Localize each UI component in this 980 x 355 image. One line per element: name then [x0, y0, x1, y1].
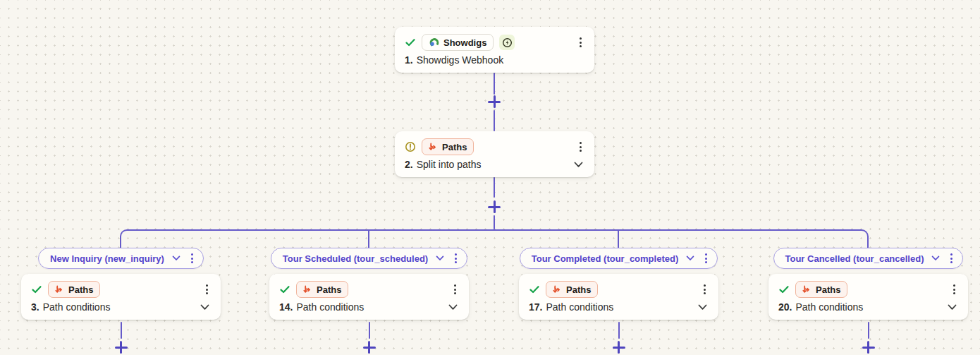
kebab-menu-icon[interactable]: [452, 251, 460, 265]
step-number: 14.: [279, 301, 293, 313]
kebab-menu-icon[interactable]: [451, 282, 459, 296]
step-card-path[interactable]: Paths 20. Path conditions: [768, 274, 968, 320]
connector-line: [494, 177, 495, 198]
branch-column: Tour Completed (tour_completed): [519, 248, 718, 354]
branch-tree-connector: [120, 229, 869, 248]
paths-split-icon: [55, 285, 64, 294]
step-card-split[interactable]: Paths 2. Split into paths: [395, 131, 594, 177]
connector-line: [369, 322, 370, 339]
step-card-path[interactable]: Paths 14. Path conditions: [269, 274, 469, 320]
app-pill-showdigs[interactable]: Showdigs: [422, 34, 494, 51]
chevron-down-icon[interactable]: [171, 254, 182, 263]
step-number: 2.: [405, 159, 413, 170]
check-icon: [778, 284, 790, 295]
chevron-down-icon[interactable]: [199, 303, 211, 312]
kebab-menu-icon[interactable]: [950, 282, 958, 296]
branch-column: Tour Cancelled (tour_cancelled): [768, 248, 968, 354]
step-title: Split into paths: [417, 159, 482, 170]
connector-line: [121, 322, 122, 339]
chevron-down-icon[interactable]: [572, 160, 584, 169]
app-pill-paths[interactable]: Paths: [546, 281, 598, 298]
kebab-menu-icon[interactable]: [702, 251, 710, 265]
check-icon: [279, 284, 290, 295]
connector-line: [868, 322, 869, 339]
step-number: 3.: [31, 301, 39, 313]
showdigs-logo-icon: [429, 37, 439, 48]
chevron-down-icon[interactable]: [434, 254, 446, 263]
branch-label: Tour Cancelled (tour_cancelled): [785, 253, 924, 264]
branch-tree-stub: [618, 230, 619, 248]
paths-split-icon: [429, 143, 438, 152]
add-step-button[interactable]: [613, 341, 625, 354]
step-title: Showdigs Webhook: [417, 54, 503, 66]
branch-pill[interactable]: Tour Cancelled (tour_cancelled): [773, 248, 964, 269]
step-title: Path conditions: [546, 301, 613, 313]
step-number: 1.: [405, 54, 413, 66]
app-pill-paths[interactable]: Paths: [296, 281, 348, 298]
add-step-button[interactable]: [862, 341, 875, 354]
paths-split-icon: [802, 285, 811, 294]
paths-split-icon: [553, 285, 562, 294]
app-pill-paths[interactable]: Paths: [795, 281, 847, 298]
branch-pill[interactable]: Tour Scheduled (tour_scheduled): [271, 248, 467, 269]
kebab-menu-icon[interactable]: [948, 251, 955, 265]
check-icon: [529, 284, 540, 295]
chevron-down-icon[interactable]: [685, 254, 696, 263]
app-label: Paths: [68, 284, 93, 295]
add-step-button[interactable]: [115, 341, 128, 354]
app-label: Paths: [317, 284, 341, 295]
kebab-menu-icon[interactable]: [203, 282, 211, 296]
connector-line: [618, 322, 620, 339]
branch-pill[interactable]: Tour Completed (tour_completed): [520, 248, 718, 269]
kebab-menu-icon[interactable]: [701, 282, 709, 296]
branch-pill[interactable]: New Inquiry (new_inquiry): [38, 248, 204, 269]
kebab-menu-icon[interactable]: [577, 140, 584, 154]
warning-icon: [405, 141, 416, 152]
app-label: Paths: [566, 284, 591, 295]
add-step-button[interactable]: [488, 200, 501, 213]
chevron-down-icon[interactable]: [447, 303, 459, 312]
branch-label: New Inquiry (new_inquiry): [50, 253, 164, 264]
step-number: 17.: [529, 301, 542, 313]
kebab-menu-icon[interactable]: [188, 251, 196, 265]
app-label: Showdigs: [443, 37, 486, 48]
connector-line: [494, 73, 495, 95]
add-step-button[interactable]: [363, 341, 376, 354]
branch-tree-stub: [368, 230, 369, 248]
branch-column: Tour Scheduled (tour_scheduled): [269, 248, 469, 354]
check-icon: [405, 37, 416, 48]
check-icon: [31, 284, 42, 295]
workflow-canvas[interactable]: Showdigs 1. Showdigs Webhook: [0, 0, 980, 355]
step-title: Path conditions: [43, 301, 111, 313]
paths-split-icon: [303, 285, 312, 294]
step-card-path[interactable]: Paths 17. Path conditions: [519, 274, 718, 320]
step-title: Path conditions: [296, 301, 364, 313]
app-pill-paths[interactable]: Paths: [48, 281, 100, 298]
add-step-button[interactable]: [488, 95, 501, 108]
app-label: Paths: [442, 142, 467, 152]
chevron-down-icon[interactable]: [697, 303, 709, 312]
app-label: Paths: [816, 284, 840, 295]
branch-column: New Inquiry (new_inquiry): [21, 248, 221, 354]
step-title: Path conditions: [795, 301, 863, 313]
connector-line: [494, 110, 495, 131]
step-number: 20.: [778, 301, 792, 313]
connector-line: [494, 215, 495, 229]
step-card-trigger[interactable]: Showdigs 1. Showdigs Webhook: [395, 27, 594, 73]
step-card-path[interactable]: Paths 3. Path conditions: [21, 274, 221, 320]
kebab-menu-icon[interactable]: [577, 35, 584, 49]
branch-label: Tour Scheduled (tour_scheduled): [283, 253, 428, 264]
chevron-down-icon[interactable]: [946, 303, 958, 312]
app-pill-paths[interactable]: Paths: [422, 138, 474, 155]
branch-label: Tour Completed (tour_completed): [532, 253, 678, 264]
chevron-down-icon[interactable]: [930, 254, 941, 263]
instant-trigger-icon: [499, 35, 515, 50]
